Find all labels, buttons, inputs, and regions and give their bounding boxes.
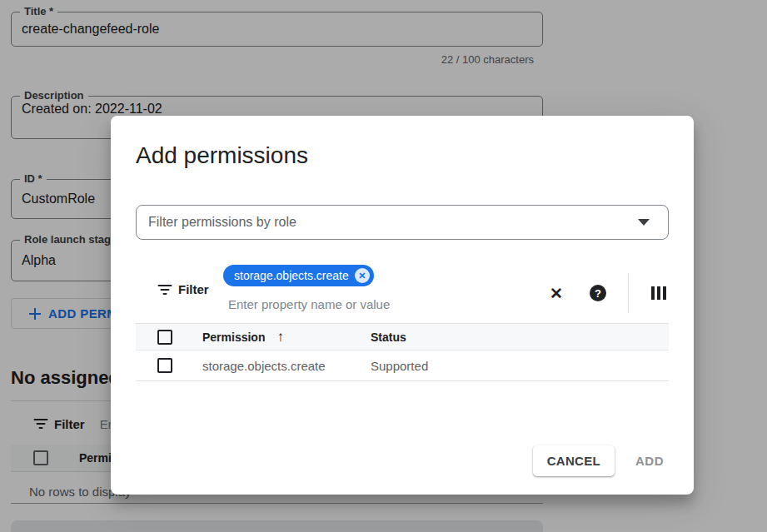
select-all-checkbox[interactable]: [157, 330, 172, 345]
row-checkbox[interactable]: [157, 358, 172, 373]
toolbar-icons: ✕ ?: [547, 262, 669, 324]
permissions-filter-toolbar: Filter storage.objects.create ✕ Enter pr…: [136, 262, 669, 324]
screen: Title * create-changefeed-role 22 / 100 …: [0, 0, 767, 532]
clear-filters-icon[interactable]: ✕: [547, 284, 565, 303]
table-row[interactable]: storage.objects.create Supported: [136, 351, 669, 381]
permissions-table: Permission ↑ Status storage.objects.crea…: [136, 324, 669, 381]
cancel-button[interactable]: CANCEL: [533, 445, 615, 476]
dialog-title: Add permissions: [136, 142, 308, 169]
filter-input[interactable]: Enter property name or value: [228, 297, 390, 311]
chevron-down-icon: [638, 219, 650, 226]
chip-remove-icon[interactable]: ✕: [355, 268, 370, 283]
sort-ascending-icon[interactable]: ↑: [276, 330, 284, 344]
filter-chip-label: storage.objects.create: [234, 269, 349, 282]
role-filter-select-placeholder: Filter permissions by role: [148, 215, 638, 230]
status-cell: Supported: [371, 359, 428, 373]
add-permissions-dialog: Add permissions Filter permissions by ro…: [111, 116, 694, 495]
filter-chip-area: storage.objects.create ✕: [223, 265, 374, 286]
filter-chip[interactable]: storage.objects.create ✕: [223, 265, 374, 286]
divider: [628, 273, 629, 313]
column-display-icon[interactable]: [651, 286, 666, 300]
filter-button[interactable]: Filter: [157, 282, 209, 296]
filter-icon: [157, 285, 172, 295]
role-filter-select[interactable]: Filter permissions by role: [136, 205, 669, 240]
help-icon[interactable]: ?: [590, 285, 606, 301]
permission-column-header[interactable]: Permission: [202, 331, 265, 344]
permissions-table-header: Permission ↑ Status: [136, 324, 669, 351]
filter-label: Filter: [178, 282, 209, 296]
status-column-header[interactable]: Status: [371, 331, 406, 344]
permission-cell: storage.objects.create: [202, 359, 326, 373]
dialog-actions: CANCEL ADD: [533, 445, 669, 476]
add-button[interactable]: ADD: [630, 445, 669, 476]
